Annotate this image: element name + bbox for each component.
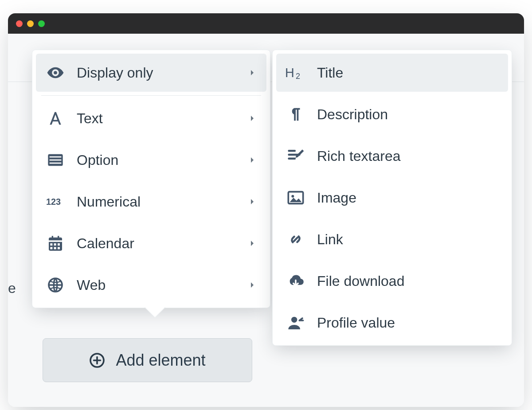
numbers-icon [45, 195, 66, 208]
chevron-right-icon [248, 239, 257, 247]
menu-item-option[interactable]: Option [36, 141, 266, 179]
submenu-item-profile-value[interactable]: Profile value [276, 304, 508, 342]
menu-item-label: Link [317, 231, 498, 248]
submenu-item-link[interactable]: Link [276, 220, 508, 258]
download-cloud-icon [285, 272, 306, 290]
menu-item-label: Display only [77, 65, 248, 81]
submenu-item-image[interactable]: Image [276, 179, 508, 217]
background-text-fragment: e [8, 280, 16, 297]
menu-item-web[interactable]: Web [36, 266, 266, 304]
calendar-icon [45, 234, 66, 252]
menu-item-label: Option [77, 152, 248, 168]
menu-item-label: Numerical [77, 194, 248, 210]
image-icon [285, 189, 306, 207]
eye-icon [45, 63, 66, 82]
link-icon [285, 230, 306, 248]
menu-separator [41, 95, 261, 96]
rich-text-icon [285, 147, 306, 165]
submenu-item-rich-textarea[interactable]: Rich textarea [276, 137, 508, 175]
submenu-item-file-download[interactable]: File download [276, 262, 508, 300]
chevron-right-icon [248, 156, 257, 164]
element-category-menu: Display only Text Option Numerical [32, 50, 270, 308]
menu-item-text[interactable]: Text [36, 99, 266, 137]
profile-icon [285, 314, 306, 332]
add-element-button[interactable]: Add element [43, 338, 252, 382]
menu-item-label: Image [317, 190, 498, 206]
traffic-light-minimize[interactable] [27, 20, 34, 27]
menu-item-label: Profile value [317, 315, 498, 331]
list-icon [45, 151, 66, 169]
submenu-item-title[interactable]: Title [276, 54, 508, 92]
menu-item-numerical[interactable]: Numerical [36, 183, 266, 221]
menu-item-label: Rich textarea [317, 148, 498, 164]
chevron-right-icon [248, 114, 257, 122]
chevron-right-icon [248, 198, 257, 206]
display-only-submenu: Title Description Rich textarea Image Li… [272, 50, 512, 346]
chevron-right-icon [248, 281, 257, 289]
menu-item-display-only[interactable]: Display only [36, 54, 266, 92]
menu-item-label: Calendar [77, 235, 248, 252]
traffic-light-close[interactable] [16, 20, 23, 27]
letter-a-icon [45, 110, 66, 127]
menu-item-label: File download [317, 273, 498, 289]
menu-item-label: Web [77, 277, 248, 293]
add-element-label: Add element [116, 351, 205, 370]
globe-icon [45, 276, 66, 294]
menu-item-label: Text [77, 110, 248, 127]
menu-item-label: Description [317, 106, 498, 123]
window-content: e Display only Text Option Numerical [8, 34, 524, 407]
menu-item-label: Title [317, 65, 498, 81]
heading-h2-icon [285, 65, 306, 80]
chevron-right-icon [248, 69, 257, 77]
pilcrow-icon [285, 106, 306, 123]
window-titlebar [8, 13, 524, 34]
traffic-light-zoom[interactable] [38, 20, 45, 27]
app-window: e Display only Text Option Numerical [8, 13, 524, 407]
submenu-item-description[interactable]: Description [276, 95, 508, 133]
plus-circle-icon [89, 352, 105, 368]
menu-item-calendar[interactable]: Calendar [36, 224, 266, 262]
